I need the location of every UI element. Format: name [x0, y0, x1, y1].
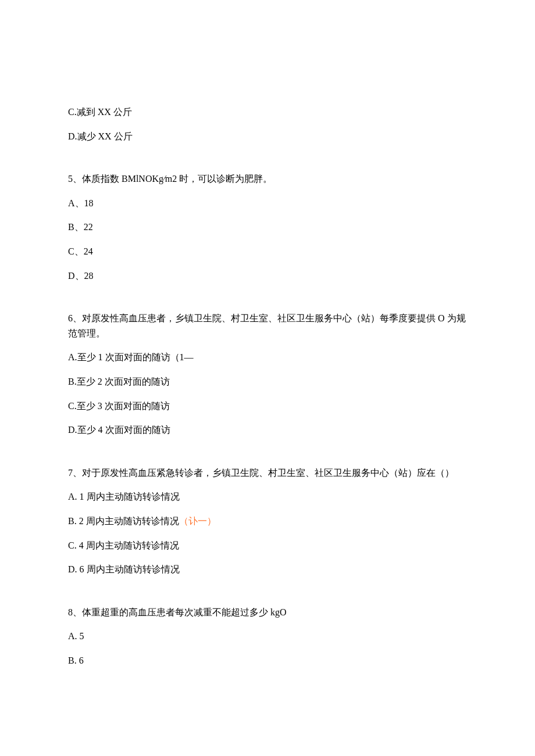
question-4-tail: C.减到 XX 公斤 D.减少 XX 公斤: [68, 105, 467, 144]
q7-option-c: C. 4 周内主动随访转诊情况: [68, 538, 467, 553]
q6-option-a: A.至少 1 次面对面的随访（1—: [68, 350, 467, 365]
q5-stem: 5、体质指数 BMlNOKg⁄m2 时，可以诊断为肥胖。: [68, 171, 467, 187]
q8-stem: 8、体重超重的高血压患者每次减重不能超过多少 kgO: [68, 605, 467, 620]
q7-option-a: A. 1 周内主动随访转诊情况: [68, 489, 467, 504]
question-5: 5、体质指数 BMlNOKg⁄m2 时，可以诊断为肥胖。 A、18 B、22 C…: [68, 171, 467, 283]
q6-stem: 6、对原发性高血压患者，乡镇卫生院、村卫生室、社区卫生服务中心（站）每季度要提供…: [68, 311, 467, 341]
q7-annotation: （讣一）: [179, 516, 216, 526]
q4-option-d: D.减少 XX 公斤: [68, 129, 467, 144]
q6-option-b: B.至少 2 次面对面的随访: [68, 374, 467, 389]
q7-stem: 7、对于原发性高血压紧急转诊者，乡镇卫生院、村卫生室、社区卫生服务中心（站）应在…: [68, 465, 467, 481]
q7-option-b-text: B. 2 周内主动随访转诊情况: [68, 516, 179, 526]
q5-option-a: A、18: [68, 196, 467, 211]
q6-option-c: C.至少 3 次面对面的随访: [68, 399, 467, 414]
q8-option-b: B. 6: [68, 653, 467, 668]
question-7: 7、对于原发性高血压紧急转诊者，乡镇卫生院、村卫生室、社区卫生服务中心（站）应在…: [68, 465, 467, 577]
q4-option-c: C.减到 XX 公斤: [68, 105, 467, 120]
q5-option-c: C、24: [68, 244, 467, 259]
q5-option-d: D、28: [68, 268, 467, 284]
q7-option-d: D. 6 周内主动随访转诊情况: [68, 562, 467, 577]
question-6: 6、对原发性高血压患者，乡镇卫生院、村卫生室、社区卫生服务中心（站）每季度要提供…: [68, 311, 467, 438]
q7-option-b: B. 2 周内主动随访转诊情况（讣一）: [68, 514, 467, 529]
question-8: 8、体重超重的高血压患者每次减重不能超过多少 kgO A. 5 B. 6: [68, 605, 467, 668]
q5-option-b: B、22: [68, 220, 467, 235]
q8-option-a: A. 5: [68, 629, 467, 644]
q6-option-d: D.至少 4 次面对面的随访: [68, 422, 467, 438]
